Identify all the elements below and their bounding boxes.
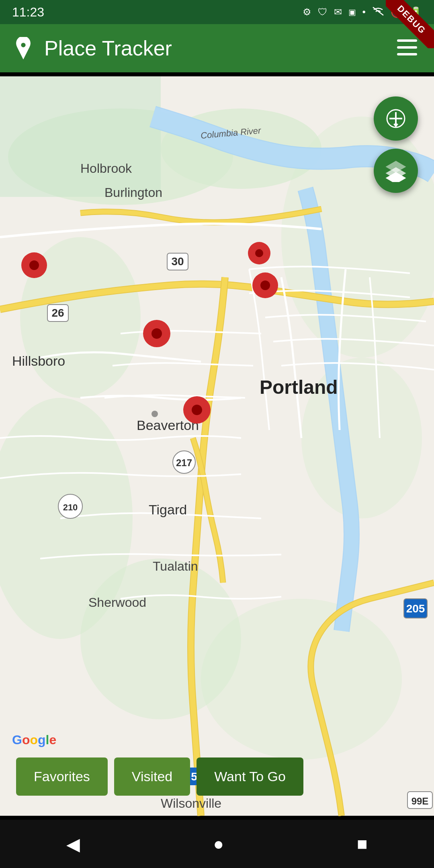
svg-text:30: 30 [171, 255, 184, 268]
google-logo: Google [12, 733, 56, 747]
svg-text:210: 210 [63, 502, 78, 512]
svg-text:Hillsboro: Hillsboro [12, 353, 65, 368]
svg-rect-9 [0, 76, 161, 197]
svg-text:Portland: Portland [260, 377, 338, 398]
svg-text:26: 26 [51, 307, 64, 319]
app-title: Place Tracker [44, 36, 392, 60]
svg-point-50 [151, 411, 158, 417]
svg-text:Holbrook: Holbrook [80, 161, 132, 176]
filter-buttons: Favorites Visited Want To Go [0, 757, 434, 796]
app-bar: Place Tracker [0, 24, 434, 72]
svg-text:217: 217 [176, 457, 192, 468]
mail-icon: ✉ [334, 6, 342, 18]
svg-text:Tigard: Tigard [149, 502, 187, 517]
svg-rect-5 [397, 53, 417, 55]
svg-point-43 [255, 249, 263, 257]
svg-point-49 [192, 405, 202, 415]
volume-icon: 🔇 [391, 6, 403, 18]
visited-button[interactable]: Visited [114, 757, 190, 796]
fab-add-button[interactable] [374, 96, 418, 141]
svg-rect-3 [397, 39, 417, 42]
svg-text:205: 205 [406, 602, 425, 615]
menu-button[interactable] [392, 35, 422, 62]
status-icons: ⚙ 🛡 ✉ ▣ • 🔇 🔋 [303, 6, 422, 18]
sim-icon: ▣ [348, 7, 356, 17]
home-button[interactable]: ● [197, 827, 240, 860]
shield-icon: 🛡 [318, 6, 328, 18]
svg-text:Wilsonville: Wilsonville [161, 796, 221, 811]
wifi-icon [372, 6, 384, 18]
svg-point-47 [151, 328, 162, 339]
fab-layers-button[interactable] [374, 149, 418, 193]
recent-apps-button[interactable]: ■ [341, 827, 384, 860]
svg-rect-4 [397, 46, 417, 49]
map-container[interactable]: Columbia River [0, 72, 434, 820]
map-svg: Columbia River [0, 72, 434, 820]
svg-text:Tualatin: Tualatin [153, 559, 198, 573]
want-to-go-button[interactable]: Want To Go [197, 757, 303, 796]
svg-text:Sherwood: Sherwood [88, 595, 146, 610]
svg-point-2 [21, 43, 25, 47]
back-button[interactable]: ◀ [50, 827, 96, 861]
gear-icon: ⚙ [303, 6, 311, 18]
svg-text:99E: 99E [411, 796, 429, 807]
svg-point-45 [260, 280, 270, 290]
svg-point-41 [29, 260, 39, 270]
favorites-button[interactable]: Favorites [16, 757, 108, 796]
svg-text:Burlington: Burlington [104, 185, 162, 200]
notification-dot: • [362, 6, 366, 18]
navigation-bar: ◀ ● ■ [0, 820, 434, 868]
app-logo [12, 37, 35, 59]
svg-point-15 [201, 599, 402, 760]
status-bar: 11:23 ⚙ 🛡 ✉ ▣ • 🔇 🔋 [0, 0, 434, 24]
status-time: 11:23 [12, 5, 44, 20]
battery-icon: 🔋 [410, 6, 422, 18]
